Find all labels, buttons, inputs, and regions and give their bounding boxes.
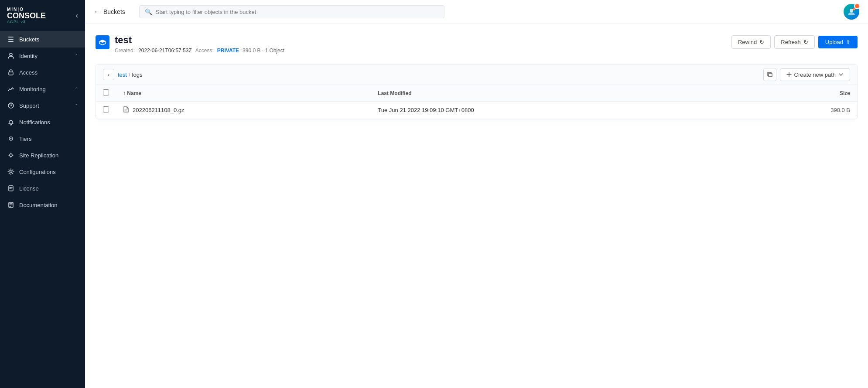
file-icon [123,106,129,114]
file-table-body: 202206211108_0.gz Tue Jun 21 2022 19:09:… [96,102,857,119]
chevron-down-icon: ⌃ [75,54,78,58]
site-replication-icon [7,151,15,159]
content-area: test Created: 2022-06-21T06:57:53Z Acces… [85,24,868,388]
bucket-meta: Created: 2022-06-21T06:57:53Z Access: PR… [115,48,726,54]
svg-point-9 [10,154,12,157]
topbar-right [844,4,859,20]
sidebar-item-label-access: Access [19,69,78,76]
search-input[interactable] [156,9,439,15]
created-label: Created: [115,48,135,54]
svg-point-13 [850,9,853,12]
row-check-cell [96,102,116,119]
sidebar-item-configurations[interactable]: Configurations [0,163,85,180]
back-to-buckets-button[interactable]: ← Buckets [94,8,125,16]
logo-console: CONSOLE [7,12,46,20]
sidebar-item-buckets[interactable]: Buckets [0,31,85,48]
refresh-button[interactable]: Refresh ↻ [774,35,815,49]
back-arrow-icon: ← [94,8,101,16]
file-size: 390.0 B [830,107,850,113]
breadcrumb-item-test[interactable]: test [118,71,127,78]
sidebar-item-documentation[interactable]: Documentation [0,197,85,213]
col-header-last-modified[interactable]: Last Modified [371,85,743,102]
svg-rect-15 [769,73,772,77]
topbar: ← Buckets 🔍 [85,0,868,24]
sidebar-item-access[interactable]: Access [0,64,85,81]
sidebar-item-license[interactable]: License [0,180,85,197]
refresh-icon: ↻ [803,39,808,45]
notifications-icon [7,118,15,126]
col-name-label: Name [127,90,141,96]
search-icon: 🔍 [145,8,152,15]
sidebar-item-label-site-replication: Site Replication [19,152,78,159]
main-content: ← Buckets 🔍 [85,0,868,388]
svg-point-3 [10,53,12,56]
sort-icon: ↑ [123,90,126,96]
bucket-actions: Rewind ↻ Refresh ↻ Upload ⇧ [731,35,858,49]
bucket-stats: 390.0 B · 1 Object [243,48,284,54]
sidebar-item-site-replication[interactable]: Site Replication [0,147,85,163]
create-new-path-button[interactable]: Create new path [780,68,850,81]
row-name-cell: 202206211108_0.gz [116,102,371,119]
row-modified-cell: Tue Jun 21 2022 19:09:10 GMT+0800 [371,102,743,119]
bucket-icon [7,35,15,43]
rewind-label: Rewind [738,39,757,45]
license-icon [7,184,15,192]
user-avatar[interactable] [844,4,859,20]
col-header-check [96,85,116,102]
sidebar-item-label-support: Support [19,102,70,109]
sidebar-item-tiers[interactable]: Tiers [0,130,85,147]
svg-rect-11 [9,186,13,191]
identity-icon [7,52,15,60]
col-header-size[interactable]: Size [744,85,857,102]
rewind-icon: ↻ [759,39,764,45]
file-table-header: ↑ Name Last Modified Size [96,85,857,102]
upload-icon: ⇧ [846,39,851,45]
sidebar-item-monitoring[interactable]: Monitoring ⌃ [0,81,85,97]
bucket-header: test Created: 2022-06-21T06:57:53Z Acces… [96,34,858,54]
tiers-icon [7,135,15,143]
upload-button[interactable]: Upload ⇧ [818,36,858,48]
chevron-down-icon: ⌃ [75,103,78,108]
create-path-label: Create new path [794,71,836,78]
select-all-checkbox[interactable] [103,89,109,95]
file-browser: ‹ test / logs [96,64,858,119]
file-row-name: 202206211108_0.gz [123,106,364,114]
file-name: 202206211108_0.gz [133,107,185,113]
sidebar-item-label-monitoring: Monitoring [19,86,70,92]
sidebar-item-support[interactable]: Support ⌃ [0,97,85,114]
search-bar[interactable]: 🔍 [139,5,444,18]
svg-rect-0 [8,37,14,37]
logo-agpl: AGPL v3 [7,20,46,24]
upload-label: Upload [825,39,843,45]
rewind-button[interactable]: Rewind ↻ [731,35,771,49]
sidebar-item-label-documentation: Documentation [19,202,78,208]
size-label: Size [840,90,850,96]
breadcrumb-separator: / [129,71,130,78]
sidebar-item-label-identity: Identity [19,53,70,59]
copy-path-button[interactable] [763,68,776,81]
configurations-icon [7,168,15,176]
sidebar-item-label-buckets: Buckets [19,36,78,43]
monitoring-icon [7,85,15,93]
access-value: PRIVATE [217,48,239,54]
bucket-name: test [115,34,726,46]
sidebar-item-label-configurations: Configurations [19,169,78,175]
svg-rect-4 [9,72,13,75]
col-header-name[interactable]: ↑ Name [116,85,371,102]
access-icon [7,68,15,76]
row-checkbox[interactable] [103,106,109,112]
sidebar-collapse-button[interactable]: ‹ [76,12,78,20]
svg-point-10 [10,171,12,173]
svg-rect-2 [8,41,14,42]
sidebar-item-label-notifications: Notifications [19,119,78,126]
chevron-down-icon: ⌃ [75,87,78,92]
row-size-cell: 390.0 B [744,102,857,119]
bucket-info: test Created: 2022-06-21T06:57:53Z Acces… [115,34,726,54]
sidebar-item-notifications[interactable]: Notifications [0,114,85,130]
file-last-modified: Tue Jun 21 2022 19:09:10 GMT+0800 [378,107,474,113]
svg-rect-1 [8,39,14,40]
sidebar-item-identity[interactable]: Identity ⌃ [0,48,85,64]
table-row[interactable]: 202206211108_0.gz Tue Jun 21 2022 19:09:… [96,102,857,119]
svg-point-6 [10,107,11,108]
breadcrumb-back-button[interactable]: ‹ [103,69,114,80]
